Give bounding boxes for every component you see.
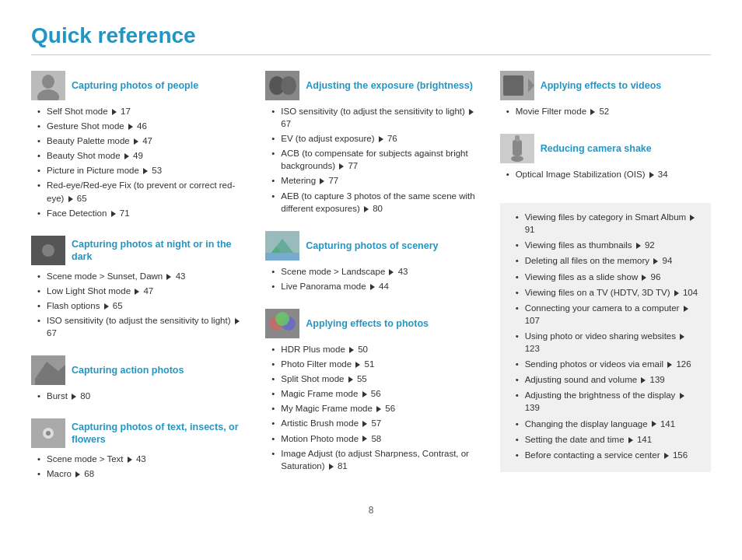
section-scenery-header: Capturing photos of scenery <box>265 231 476 261</box>
list-item: Scene mode > Landscape 43 <box>271 265 476 278</box>
section-night-title: Capturing photos at night or in the dark <box>72 238 242 264</box>
list-item: Live Panorama mode 44 <box>271 280 476 292</box>
list-item: Burst 80 <box>37 390 242 402</box>
section-action-list: Burst 80 <box>31 390 242 402</box>
list-item: Face Detection 71 <box>37 207 242 219</box>
list-item: Macro 68 <box>37 467 242 480</box>
list-item: Split Shot mode 55 <box>271 373 476 385</box>
svg-rect-16 <box>265 253 299 261</box>
section-exposure-image <box>265 71 299 100</box>
section-text-insects-title: Capturing photos of text, insects, or fl… <box>72 421 242 446</box>
page-container: Quick reference Capturing photos of peop… <box>0 0 742 539</box>
list-item: Red-eye/Red-eye Fix (to prevent or corre… <box>37 179 242 204</box>
list-item: Magic Frame mode 56 <box>271 387 476 400</box>
section-people-title: Capturing photos of people <box>72 79 198 92</box>
list-item: Before contacting a service center 156 <box>516 449 702 461</box>
section-exposure-title: Adjusting the exposure (brightness) <box>306 79 473 92</box>
svg-point-26 <box>511 156 523 162</box>
list-item: Adjusting sound and volume 139 <box>516 373 702 386</box>
section-night-list: Scene mode > Sunset, Dawn 43 Low Light S… <box>31 270 242 339</box>
main-grid: Capturing photos of people Self Shot mod… <box>31 71 711 497</box>
svg-point-9 <box>46 431 51 436</box>
list-item: Setting the date and time 141 <box>516 433 702 446</box>
section-people: Capturing photos of people Self Shot mod… <box>31 71 242 222</box>
list-item: Low Light Shot mode 47 <box>37 285 242 297</box>
list-item: EV (to adjust exposure) 76 <box>271 132 476 145</box>
section-effects-photos-image <box>265 309 299 338</box>
section-scenery-image <box>265 231 299 261</box>
misc-list: Viewing files by category in Smart Album… <box>509 211 702 461</box>
list-item: Sending photos or videos via email 126 <box>516 358 702 370</box>
list-item: Scene mode > Sunset, Dawn 43 <box>37 270 242 282</box>
section-action-title: Capturing action photos <box>72 364 184 376</box>
section-shake-list: Optical Image Stabilization (OIS) 34 <box>500 168 711 180</box>
list-item: Deleting all files on the memory 94 <box>516 254 702 267</box>
section-night-header: Capturing photos at night or in the dark <box>31 236 242 265</box>
svg-point-4 <box>42 244 54 257</box>
list-item: Beauty Shot mode 49 <box>37 149 242 162</box>
svg-point-1 <box>42 75 54 89</box>
section-people-header: Capturing photos of people <box>31 71 242 100</box>
list-item: Gesture Shot mode 46 <box>37 120 242 132</box>
svg-rect-27 <box>515 135 520 142</box>
section-text-insects-image <box>31 418 65 448</box>
section-text-insects: Capturing photos of text, insects, or fl… <box>31 418 242 482</box>
svg-point-12 <box>281 76 296 95</box>
page-number: 8 <box>31 505 711 516</box>
section-effects-photos: Applying effects to photos HDR Plus mode… <box>265 309 476 474</box>
list-item: Using photo or video sharing websites 12… <box>516 330 702 355</box>
section-night-image <box>31 236 65 265</box>
list-item: Image Adjust (to adjust Sharpness, Contr… <box>271 447 476 472</box>
left-column: Capturing photos of people Self Shot mod… <box>31 71 242 497</box>
list-item: HDR Plus mode 50 <box>271 343 476 355</box>
list-item: Viewing files as thumbnails 92 <box>516 239 702 251</box>
section-effects-photos-title: Applying effects to photos <box>306 317 429 330</box>
list-item: AEB (to capture 3 photos of the same sce… <box>271 190 476 215</box>
list-item: Flash options 65 <box>37 299 242 312</box>
section-shake: Reducing camera shake Optical Image Stab… <box>500 134 711 183</box>
section-people-image <box>31 71 65 100</box>
list-item: Photo Filter mode 51 <box>271 358 476 370</box>
section-shake-title: Reducing camera shake <box>541 142 652 155</box>
middle-column: Adjusting the exposure (brightness) ISO … <box>265 71 476 497</box>
list-item: Connecting your camera to a computer 107 <box>516 302 702 327</box>
list-item: ISO sensitivity (to adjust the sensitivi… <box>271 105 476 130</box>
title-divider <box>31 54 711 55</box>
list-item: Adjusting the brightness of the display … <box>516 389 702 414</box>
list-item: Artistic Brush mode 57 <box>271 417 476 429</box>
section-effects-photos-header: Applying effects to photos <box>265 309 476 338</box>
section-text-insects-list: Scene mode > Text 43 Macro 68 <box>31 453 242 480</box>
section-action-image <box>31 355 65 385</box>
section-scenery-title: Capturing photos of scenery <box>306 240 438 252</box>
list-item: ACB (to compensate for subjects against … <box>271 147 476 172</box>
svg-rect-22 <box>503 75 523 96</box>
list-item: Changing the display language 141 <box>516 418 702 430</box>
list-item: Motion Photo mode 58 <box>271 432 476 445</box>
section-exposure-list: ISO sensitivity (to adjust the sensitivi… <box>265 105 476 215</box>
right-column: Applying effects to videos Movie Filter … <box>500 71 711 497</box>
section-scenery: Capturing photos of scenery Scene mode >… <box>265 231 476 295</box>
section-action: Capturing action photos Burst 80 <box>31 355 242 404</box>
list-item: Optical Image Stabilization (OIS) 34 <box>506 168 711 180</box>
section-text-insects-header: Capturing photos of text, insects, or fl… <box>31 418 242 448</box>
section-night: Capturing photos at night or in the dark… <box>31 236 242 341</box>
svg-point-20 <box>275 312 289 326</box>
section-action-header: Capturing action photos <box>31 355 242 385</box>
list-item: Movie Filter mode 52 <box>506 105 711 117</box>
list-item: Viewing files on a TV (HDTV, 3D TV) 104 <box>516 286 702 299</box>
page-title: Quick reference <box>31 23 711 48</box>
section-shake-image <box>500 134 534 163</box>
section-exposure-header: Adjusting the exposure (brightness) <box>265 71 476 100</box>
section-shake-header: Reducing camera shake <box>500 134 711 163</box>
section-effects-videos-header: Applying effects to videos <box>500 71 711 100</box>
list-item: Self Shot mode 17 <box>37 105 242 117</box>
section-exposure: Adjusting the exposure (brightness) ISO … <box>265 71 476 217</box>
svg-rect-25 <box>513 140 522 156</box>
section-effects-videos-image <box>500 71 534 100</box>
section-effects-photos-list: HDR Plus mode 50 Photo Filter mode 51 Sp… <box>265 343 476 472</box>
section-effects-videos: Applying effects to videos Movie Filter … <box>500 71 711 120</box>
list-item: My Magic Frame mode 56 <box>271 402 476 415</box>
list-item: Viewing files as a slide show 96 <box>516 271 702 283</box>
list-item: Metering 77 <box>271 174 476 187</box>
section-effects-videos-title: Applying effects to videos <box>541 79 662 92</box>
